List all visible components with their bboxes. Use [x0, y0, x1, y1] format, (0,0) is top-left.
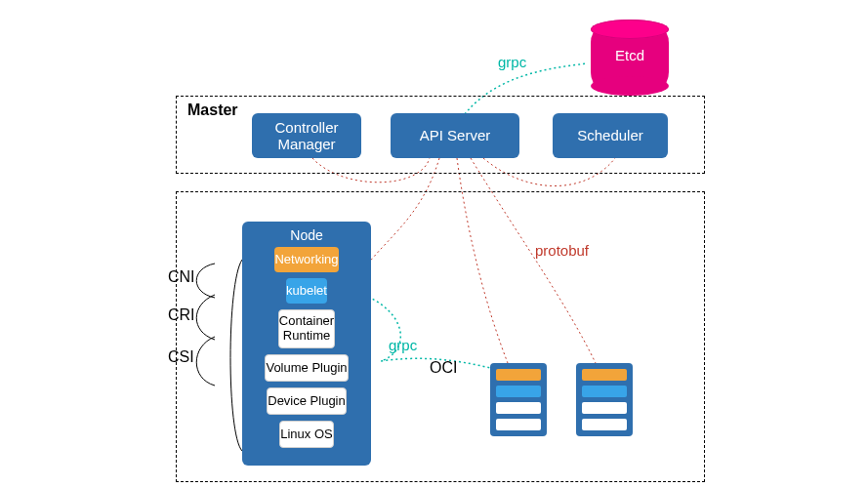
mini1-row-white1 [496, 402, 541, 414]
mini2-row-sky [582, 386, 627, 397]
row-linux-os: Linux OS [279, 421, 333, 448]
row-kubelet: kubelet [286, 278, 327, 304]
mini1-row-gold [496, 369, 541, 381]
node-title: Node [242, 227, 371, 243]
mini2-row-gold [582, 369, 627, 381]
label-oci: OCI [430, 359, 457, 377]
controller-manager-box: Controller Manager [252, 113, 361, 158]
mini1-row-white2 [496, 419, 541, 430]
mini2-row-white2 [582, 419, 627, 430]
master-title: Master [187, 102, 238, 119]
label-cri: CRI [168, 306, 195, 324]
label-csi: CSI [168, 348, 194, 366]
node-box: Node Networking kubelet Container Runtim… [242, 222, 371, 466]
mini1-row-sky [496, 386, 541, 397]
api-server-box: API Server [391, 113, 519, 158]
row-container-runtime: Container Runtime [278, 309, 335, 348]
etcd-cylinder: Etcd [591, 29, 669, 86]
row-networking: Networking [274, 247, 338, 272]
mini-node-2 [576, 363, 633, 436]
row-volume-plugin: Volume Plugin [265, 354, 348, 382]
row-device-plugin: Device Plugin [267, 387, 347, 415]
tag-protobuf: protobuf [535, 242, 589, 259]
scheduler-box: Scheduler [553, 113, 668, 158]
tag-grpc-mid: grpc [389, 337, 417, 353]
mini-node-1 [490, 363, 547, 436]
mini2-row-white1 [582, 402, 627, 414]
etcd-label: Etcd [591, 47, 669, 63]
tag-grpc-top: grpc [498, 54, 526, 70]
label-cni: CNI [168, 268, 195, 286]
